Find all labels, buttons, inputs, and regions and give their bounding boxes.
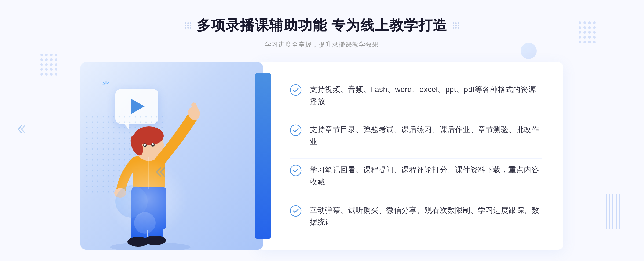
accent-bar [255, 73, 271, 239]
svg-point-24 [290, 85, 301, 95]
svg-point-27 [290, 206, 301, 216]
svg-point-13 [144, 144, 146, 146]
features-card: 支持视频、音频、flash、word、excel、ppt、pdf等各种格式的资源… [258, 62, 564, 250]
page-title: 多项录播课辅助功能 专为线上教学打造 [197, 16, 447, 35]
header-dots-right [453, 22, 459, 29]
spotlight-effect [107, 159, 188, 239]
svg-point-25 [290, 125, 301, 136]
bg-dots-left [40, 54, 57, 76]
header-section: 多项录播课辅助功能 专为线上教学打造 学习进度全掌握，提升录播课教学效果 [185, 0, 459, 49]
check-circle-icon-1 [290, 84, 302, 96]
feature-item-3: 学习笔记回看、课程提问、课程评论打分、课件资料下载，重点内容收藏 [290, 158, 542, 193]
check-circle-icon-2 [290, 124, 302, 136]
header-dots-left [185, 22, 191, 29]
page-container: 多项录播课辅助功能 专为线上教学打造 学习进度全掌握，提升录播课教学效果 [0, 0, 644, 261]
feature-item-1: 支持视频、音频、flash、word、excel、ppt、pdf等各种格式的资源… [290, 78, 542, 113]
header-title-row: 多项录播课辅助功能 专为线上教学打造 [185, 16, 459, 35]
left-chevron-decoration [16, 123, 30, 139]
feature-text-4: 互动弹幕、试听购买、微信分享、观看次数限制、学习进度跟踪、数据统计 [310, 204, 542, 229]
bg-dots-right [579, 21, 596, 43]
deco-stripes [604, 194, 623, 229]
page-subtitle: 学习进度全掌握，提升录播课教学效果 [185, 40, 459, 49]
svg-point-26 [290, 165, 301, 176]
illustration-card [80, 62, 263, 250]
feature-text-1: 支持视频、音频、flash、word、excel、ppt、pdf等各种格式的资源… [310, 84, 542, 108]
main-content: 支持视频、音频、flash、word、excel、ppt、pdf等各种格式的资源… [80, 62, 564, 250]
deco-circle-top-right [521, 43, 537, 59]
feature-text-3: 学习笔记回看、课程提问、课程评论打分、课件资料下载，重点内容收藏 [310, 164, 542, 188]
feature-item-2: 支持章节目录、弹题考试、课后练习、课后作业、章节测验、批改作业 [290, 118, 542, 153]
check-circle-icon-3 [290, 165, 302, 176]
check-circle-icon-4 [290, 205, 302, 217]
svg-point-14 [152, 143, 154, 145]
feature-text-2: 支持章节目录、弹题考试、课后练习、课后作业、章节测验、批改作业 [310, 124, 542, 148]
feature-item-4: 互动弹幕、试听购买、微信分享、观看次数限制、学习进度跟踪、数据统计 [290, 199, 542, 234]
